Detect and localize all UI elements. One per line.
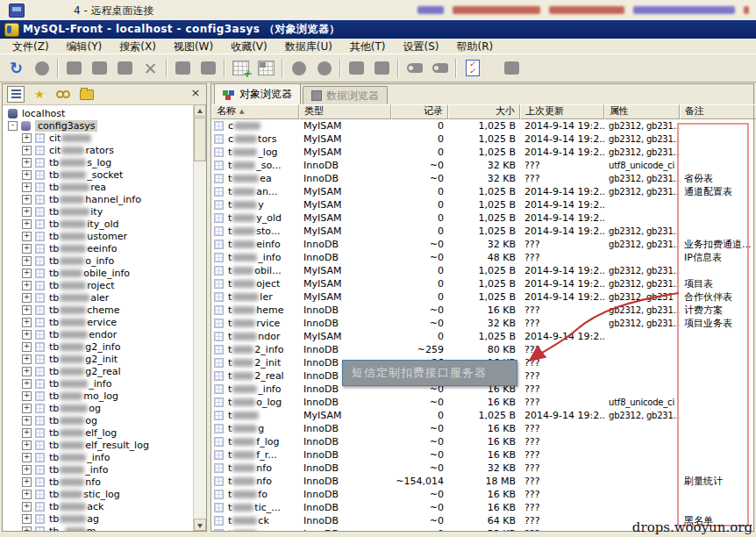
table-row[interactable]: tgInnoDB~016 KB??? <box>211 422 753 435</box>
menu-item[interactable]: 视图(W) <box>165 39 222 54</box>
tree-item-database[interactable]: -config3asys <box>3 119 194 132</box>
expand-icon[interactable]: + <box>22 342 32 352</box>
column-header[interactable]: 大小 <box>448 104 520 119</box>
tree-item-table[interactable]: +tbustomer <box>3 230 194 242</box>
expand-icon[interactable]: + <box>22 158 32 168</box>
tree-item-table[interactable]: +citrators <box>3 144 194 156</box>
expand-icon[interactable]: + <box>22 219 32 229</box>
tab-data-browser[interactable]: 数据浏览器 <box>303 86 388 104</box>
add-table-icon[interactable] <box>228 57 253 80</box>
close-panel-button[interactable]: × <box>189 86 203 100</box>
tree-item-table[interactable]: +tbhannel_info <box>3 193 194 205</box>
expand-icon[interactable]: + <box>22 330 32 340</box>
folder-icon[interactable] <box>78 86 96 103</box>
expand-icon[interactable]: + <box>22 244 32 254</box>
tree-item-table[interactable]: +tbo_info <box>3 254 194 267</box>
tree-item-table[interactable]: +tbrea <box>3 181 194 193</box>
table-row[interactable]: tf_r...InnoDB~016 KB??? <box>211 448 753 462</box>
table-row[interactable]: tnfoInnoDB~032 KB??? <box>211 462 753 475</box>
table-row[interactable]: tfoInnoDB~016 KB??? <box>211 488 753 501</box>
tree-item-table[interactable]: +tbobile_info <box>3 267 194 279</box>
check-tables-icon[interactable]: ✓✓ <box>460 57 485 80</box>
column-header[interactable]: 类型 <box>299 104 391 119</box>
table-row[interactable]: to_logInnoDB~016 KB???utf8_unicode_ci <box>211 396 753 409</box>
save-icon[interactable] <box>196 57 221 80</box>
expand-icon[interactable]: + <box>22 453 32 462</box>
tree-item-table[interactable]: +tb_info <box>3 451 194 463</box>
tree-item-table[interactable]: +tb_info <box>3 463 194 476</box>
tree-item-table[interactable]: +tbelf_result_log <box>3 439 194 451</box>
tree-item-table[interactable]: +tbeeinfo <box>3 242 194 254</box>
browse-table-icon[interactable] <box>253 57 279 80</box>
sql-editor-icon[interactable] <box>286 57 311 80</box>
expand-icon[interactable]: + <box>22 465 32 475</box>
refresh-icon[interactable]: ↻ <box>4 57 29 80</box>
expand-icon[interactable]: + <box>22 207 32 217</box>
scrollbar-thumb[interactable] <box>194 118 206 161</box>
expand-icon[interactable]: + <box>22 514 32 524</box>
stop-icon[interactable] <box>29 57 54 80</box>
copy-icon[interactable] <box>87 57 112 80</box>
open-icon[interactable] <box>170 57 196 80</box>
expand-icon[interactable]: + <box>22 477 32 487</box>
tree-item-table[interactable]: +tb_m <box>3 525 194 531</box>
tree-item-table[interactable]: +tbity <box>3 205 194 218</box>
table-row[interactable]: t_so...InnoDB~032 KB???utf8_unicode_ci <box>211 159 753 172</box>
tree-view-icon[interactable] <box>7 86 25 103</box>
expand-icon[interactable]: + <box>22 133 32 143</box>
filter-icon[interactable] <box>499 57 524 80</box>
table-row[interactable]: tf_logInnoDB~016 KB??? <box>211 435 753 448</box>
menu-item[interactable]: 编辑(Y) <box>58 39 111 54</box>
key-icon[interactable] <box>427 57 453 80</box>
tree-item-table[interactable]: +tbaler <box>3 291 194 304</box>
menu-item[interactable]: 设置(S) <box>395 39 448 54</box>
tree-item-table[interactable]: +tbervice <box>3 316 194 328</box>
table-row[interactable]: tsto...MyISAM01,025 B2014-9-14 19:2...gb… <box>211 225 753 238</box>
expand-icon[interactable]: + <box>22 183 32 192</box>
search-icon[interactable] <box>54 86 72 103</box>
expand-icon[interactable]: + <box>22 440 32 450</box>
menu-item[interactable]: 其他(T) <box>341 39 395 54</box>
expand-icon[interactable]: + <box>22 502 32 512</box>
tree-item-table[interactable]: +tbcheme <box>3 304 194 316</box>
expand-icon[interactable]: + <box>22 281 32 290</box>
tree-item-table[interactable]: +tbog <box>3 414 194 426</box>
expand-icon[interactable]: + <box>22 170 32 180</box>
menu-item[interactable]: 搜索(X) <box>111 39 165 54</box>
table-row[interactable]: ctorsMyISAM01,025 B2014-9-14 19:2...gb23… <box>211 132 753 146</box>
expand-icon[interactable]: + <box>22 232 32 241</box>
expand-icon[interactable]: + <box>22 526 32 532</box>
menu-item[interactable]: 收藏(V) <box>222 39 276 54</box>
tab-object-browser[interactable]: 对象浏览器 <box>214 83 301 104</box>
tree-item-table[interactable]: +tbnfo <box>3 476 194 488</box>
table-row[interactable]: tyMyISAM01,025 B2014-9-14 19:2... <box>211 198 753 211</box>
tree-item-table[interactable]: +tbroject <box>3 279 194 291</box>
tree-item-table[interactable]: +tbstic_log <box>3 488 194 500</box>
paste-icon[interactable] <box>112 57 138 80</box>
expand-icon[interactable]: + <box>22 379 32 389</box>
expand-icon[interactable]: + <box>22 195 32 204</box>
table-row[interactable]: tnfoInnoDB~154,01418 MB???刷量统计 <box>211 475 753 488</box>
expand-icon[interactable]: + <box>22 305 32 315</box>
expand-icon[interactable]: + <box>22 404 32 413</box>
expand-icon[interactable]: + <box>22 268 32 278</box>
tree-item-table[interactable]: +tb_socket <box>3 168 194 181</box>
table-row[interactable]: tMyISAM01,025 B2014-9-14 19:2...gb2312, … <box>211 409 753 422</box>
table-row[interactable]: tan...MyISAM01,025 B2014-9-14 19:2...gb2… <box>211 185 753 198</box>
tree-item-table[interactable]: +tbg2_info <box>3 340 194 353</box>
expand-icon[interactable]: + <box>22 293 32 303</box>
tree-scrollbar[interactable] <box>193 104 206 531</box>
table-row[interactable]: cMyISAM01,025 B2014-9-14 19:2...gb2312, … <box>211 119 753 132</box>
scroll-down-icon[interactable] <box>194 519 206 531</box>
user-rights-icon[interactable] <box>402 57 427 80</box>
tree-item-table[interactable]: +tbelf_log <box>3 426 194 439</box>
column-header[interactable]: 上次更新 <box>520 104 604 119</box>
expand-icon[interactable]: + <box>22 256 32 266</box>
tree-item-server[interactable]: localhost <box>3 107 194 119</box>
tree-item-table[interactable]: +tbmo_log <box>3 390 194 402</box>
column-header[interactable]: 记录 <box>391 104 448 119</box>
column-header[interactable]: 名称▲ <box>211 104 299 119</box>
expand-icon[interactable]: + <box>22 428 32 438</box>
menu-item[interactable]: 帮助(R) <box>448 39 503 54</box>
expand-icon[interactable]: + <box>22 318 32 327</box>
